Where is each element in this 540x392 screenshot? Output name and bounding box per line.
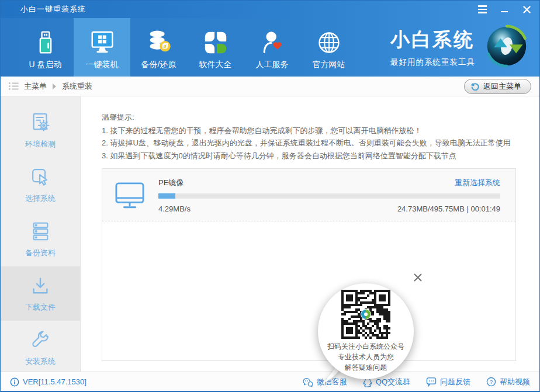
download-row: PE镜像 重新选择系统 4.29MB/s 24.73MB/495.75MB | … [102,169,515,221]
nav-tab-software[interactable]: 软件大全 [187,18,244,77]
download-panel: PE镜像 重新选择系统 4.29MB/s 24.73MB/495.75MB | … [102,168,516,361]
main-content: 温馨提示: 1. 接下来的过程无需您的干预，程序会帮助您自动完成剩下的步骤，您可… [81,96,539,372]
sidebar-item-label: 下载文件 [25,302,56,313]
sidebar-item-backup-data[interactable]: 备份资料 [1,212,80,266]
monitor-windows-icon [89,25,116,55]
feedback-icon [426,377,437,387]
menu-icon[interactable] [477,5,487,14]
back-button-label: 返回主菜单 [483,81,521,92]
statusbar: VER[11.5.47.1530] 微信客服 QQ交流群 [1,372,539,391]
back-to-main-button[interactable]: 返回主菜单 [464,79,531,94]
sidebar-item-label: 环境检测 [25,139,56,150]
minimize-button[interactable] [500,5,509,14]
breadcrumb-separator-icon [53,84,56,89]
sidebar-item-label: 安装系统 [25,356,56,367]
tips-line: 3. 如果遇到下载速度为0的情况时请耐心等待几分钟，服务器会自动根据您当前网络位… [102,150,539,162]
env-check-icon [29,112,51,136]
sidebar-item-download-file[interactable]: 下载文件 [1,266,80,321]
tips-block: 温馨提示: 1. 接下来的过程无需您的干预，程序会帮助您自动完成剩下的步骤，您可… [102,111,539,162]
software-clover-icon [203,25,229,55]
nav-tab-support[interactable]: 人工服务 [244,18,300,77]
popup-text-line: 扫码关注小白系统公众号 [318,341,414,352]
globe-icon [316,25,342,55]
nav-tab-backup-restore[interactable]: 备份/还原 [130,18,187,77]
nav-tab-label: 人工服务 [256,60,289,70]
titlebar[interactable]: 小白一键重装系统 [1,1,539,18]
select-system-icon [29,166,51,190]
popup-text-line: 解答疑难问题 [318,362,414,373]
breadcrumb-current: 系统重装 [62,81,92,92]
list-icon [9,82,19,91]
statusbar-link-label: 问题反馈 [440,377,470,387]
nav-tab-label: 软件大全 [199,60,232,70]
brand: 小白系统 最好用的系统重装工具 [390,18,529,77]
download-file-icon [29,275,51,299]
sidebar: 环境检测 选择系统 [1,96,81,372]
help-video-link[interactable]: ? 帮助视频 [486,377,530,387]
version-label: VER[11.5.47.1530] [23,377,86,386]
monitor-icon [114,181,146,210]
nav-tab-label: 官方网站 [313,60,345,70]
tips-title: 温馨提示: [102,111,539,124]
brand-tagline: 最好用的系统重装工具 [390,57,475,68]
brand-logo-icon [484,24,529,71]
tips-line: 1. 接下来的过程无需您的干预，程序会帮助您自动完成剩下的步骤，您可以离开电脑稍… [102,124,539,137]
reselect-system-link[interactable]: 重新选择系统 [455,178,500,188]
wechat-qr-popup: 扫码关注小白系统公众号 专业技术人员为您 解答疑难问题 [318,283,414,379]
sidebar-item-label: 选择系统 [25,193,56,204]
statusbar-link-label: QQ交流群 [376,377,410,387]
nav-tab-label: 一键装机 [86,60,119,70]
info-icon [10,377,19,387]
popup-text-line: 专业技术人员为您 [318,352,414,362]
breadcrumb-root[interactable]: 主菜单 [24,81,47,92]
wechat-icon [303,377,313,387]
download-progress-fill [158,193,175,199]
svg-text:?: ? [490,379,493,385]
download-progress-detail: 24.73MB/495.75MB | 00:01:49 [397,204,500,213]
statusbar-link-label: 帮助视频 [500,377,530,387]
usb-drive-icon [33,25,58,55]
nav-tab-label: U 盘启动 [29,60,62,70]
main-nav: U 盘启动 一键装机 [1,18,539,77]
popup-close-button[interactable] [413,272,423,283]
sidebar-item-label: 备份资料 [25,248,56,258]
install-system-icon [29,329,51,353]
sidebar-item-select-system[interactable]: 选择系统 [1,158,80,212]
download-progress-bar [158,193,500,199]
support-person-icon [259,25,285,55]
version-info[interactable]: VER[11.5.47.1530] [10,377,86,387]
backup-discs-icon [146,25,172,55]
close-button[interactable] [522,5,531,14]
qr-code [341,290,390,339]
sidebar-item-env-check[interactable]: 环境检测 [1,103,80,158]
brand-title: 小白系统 [390,27,475,53]
backup-data-icon [29,220,51,244]
nav-tab-label: 备份/还原 [141,60,176,70]
breadcrumb: 主菜单 系统重装 返回主菜单 [1,77,539,96]
nav-tab-official-site[interactable]: 官方网站 [300,18,357,77]
nav-tab-one-click-install[interactable]: 一键装机 [74,18,130,77]
nav-tab-usb-boot[interactable]: U 盘启动 [17,18,74,77]
feedback-link[interactable]: 问题反馈 [426,377,470,387]
help-icon: ? [486,377,496,387]
app-window: 小白一键重装系统 U 盘启动 [0,0,540,392]
download-speed: 4.29MB/s [158,204,191,213]
close-icon [523,6,531,13]
undo-arrow-icon [470,82,479,91]
close-x-icon [414,273,422,282]
download-item-name: PE镜像 [158,178,184,188]
sidebar-item-install-system[interactable]: 安装系统 [1,321,80,372]
window-title: 小白一键重装系统 [20,4,86,15]
tips-line: 2. 请拔掉U盘、移动硬盘，退出光驱内的光盘，并保证系统重装过程不断电。否则重装… [102,137,539,150]
